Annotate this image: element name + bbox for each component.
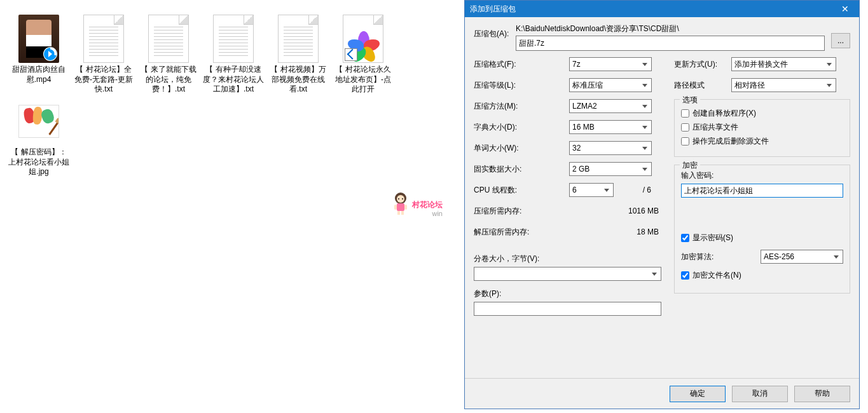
solid-label: 固实数据大小: xyxy=(474,164,569,175)
txt-icon xyxy=(146,13,191,65)
cancel-button[interactable]: 取消 xyxy=(732,386,788,402)
update-label: 更新方式(U): xyxy=(674,59,731,70)
file-item[interactable]: 【 有种子却没速度？来村花论坛人工加速】.txt xyxy=(201,13,266,95)
file-item[interactable]: 【 村花论坛】全免费-无套路-更新快.txt xyxy=(71,13,136,95)
file-item[interactable]: 【 村花视频】万部视频免费在线看.txt xyxy=(266,13,331,95)
jpg-icon xyxy=(17,95,61,147)
file-name: 甜甜酒店肉丝自慰.mp4 xyxy=(6,65,71,85)
svg-rect-7 xyxy=(397,203,404,211)
svg-point-6 xyxy=(402,198,403,200)
left-column: 压缩格式(F):7z 压缩等级(L):标准压缩 压缩方法(M):LZMA2 字典… xyxy=(474,57,661,372)
path-text: K:\BaiduNetdiskDownload\资源分享\TS\CD甜甜\ xyxy=(516,24,825,34)
close-button[interactable]: ✕ xyxy=(830,1,859,17)
txt-icon xyxy=(81,13,126,65)
volume-label: 分卷大小，字节(V): xyxy=(474,254,661,264)
params-label: 参数(P): xyxy=(474,288,661,299)
params-input[interactable] xyxy=(474,302,661,316)
file-name: 【 有种子却没速度？来村花论坛人工加速】.txt xyxy=(201,65,266,95)
cpu-label: CPU 线程数: xyxy=(474,185,569,196)
password-input[interactable] xyxy=(681,184,843,198)
shared-check[interactable]: 压缩共享文件 xyxy=(681,122,843,133)
archive-label: 压缩包(A): xyxy=(474,24,509,39)
encrypt-fieldset: 加密 输入密码: 显示密码(S) 加密算法: AES-256 加密文件名(N) xyxy=(674,165,850,294)
archive-name-input[interactable] xyxy=(516,36,825,51)
file-item[interactable]: 甜甜酒店肉丝自慰.mp4 xyxy=(6,13,71,95)
pathmode-label: 路径模式 xyxy=(674,80,731,91)
encrypt-legend: 加密 xyxy=(680,160,700,171)
right-column: 更新方式(U):添加并替换文件 路径模式相对路径 选项 创建自释放程序(X) 压… xyxy=(674,57,850,372)
method-label: 压缩方法(M): xyxy=(474,101,569,112)
word-combo[interactable]: 32 xyxy=(569,141,652,155)
format-combo[interactable]: 7z xyxy=(569,57,652,71)
dict-label: 字典大小(D): xyxy=(474,122,569,133)
algo-label: 加密算法: xyxy=(681,252,761,262)
svg-rect-10 xyxy=(397,211,400,215)
file-name: 【 村花论坛永久地址发布页】-点此打开 xyxy=(331,65,396,95)
update-combo[interactable]: 添加并替换文件 xyxy=(731,57,836,71)
file-item[interactable]: 【 村花论坛永久地址发布页】-点此打开 xyxy=(331,13,396,95)
options-fieldset: 选项 创建自释放程序(X) 压缩共享文件 操作完成后删除源文件 xyxy=(674,99,850,157)
algo-combo[interactable]: AES-256 xyxy=(761,250,843,264)
format-label: 压缩格式(F): xyxy=(474,59,569,70)
file-name: 【 村花视频】万部视频免费在线看.txt xyxy=(266,65,331,95)
dialog-title: 添加到压缩包 xyxy=(470,4,830,15)
level-combo[interactable]: 标准压缩 xyxy=(569,78,652,92)
method-combo[interactable]: LZMA2 xyxy=(569,99,652,113)
titlebar[interactable]: 添加到压缩包 ✕ xyxy=(465,1,859,17)
svg-point-5 xyxy=(398,198,399,200)
browse-button[interactable]: ... xyxy=(831,33,850,48)
video-icon xyxy=(17,13,61,65)
mem-comp-label: 压缩所需内存: xyxy=(474,206,595,217)
delete-check[interactable]: 操作完成后删除源文件 xyxy=(681,136,843,147)
svg-point-4 xyxy=(397,195,404,203)
file-item[interactable]: 【 来了就能下载的论坛，纯免费！】.txt xyxy=(136,13,201,95)
watermark-avatar-icon xyxy=(391,191,410,215)
txt-icon xyxy=(276,13,320,65)
svg-rect-11 xyxy=(401,211,404,215)
solid-combo[interactable]: 2 GB xyxy=(569,162,652,176)
watermark: 村花论坛 win xyxy=(391,191,443,215)
volume-combo[interactable] xyxy=(474,267,661,281)
file-name: 【 来了就能下载的论坛，纯免费！】.txt xyxy=(136,65,201,95)
svg-rect-9 xyxy=(404,205,407,210)
cpu-max: / 6 xyxy=(616,186,651,194)
txt-icon xyxy=(211,13,256,65)
browser-icon xyxy=(341,13,385,65)
close-icon: ✕ xyxy=(841,4,849,14)
mem-decomp-val: 18 MB xyxy=(595,227,661,236)
showpwd-check[interactable]: 显示密码(S) xyxy=(681,233,843,243)
dict-combo[interactable]: 16 MB xyxy=(569,120,652,134)
sfx-check[interactable]: 创建自释放程序(X) xyxy=(681,108,843,119)
word-label: 单词大小(W): xyxy=(474,143,569,154)
button-bar: 确定 取消 帮助 xyxy=(465,378,859,409)
encnames-check[interactable]: 加密文件名(N) xyxy=(681,270,843,281)
cpu-combo[interactable]: 6 xyxy=(569,183,614,197)
mem-comp-val: 1016 MB xyxy=(595,207,661,215)
svg-rect-8 xyxy=(394,205,397,210)
level-label: 压缩等级(L): xyxy=(474,80,569,91)
archive-dialog: 添加到压缩包 ✕ 压缩包(A): K:\BaiduNetdiskDownload… xyxy=(464,0,860,409)
file-name: 【 解压密码】：上村花论坛看小姐姐.jpg xyxy=(6,147,71,177)
file-item[interactable]: 【 解压密码】：上村花论坛看小姐姐.jpg xyxy=(6,95,71,178)
mem-decomp-label: 解压缩所需内存: xyxy=(474,227,595,238)
ok-button[interactable]: 确定 xyxy=(670,386,726,402)
options-legend: 选项 xyxy=(680,95,700,105)
pathmode-combo[interactable]: 相对路径 xyxy=(731,78,836,92)
pwd-label: 输入密码: xyxy=(681,170,843,181)
help-button[interactable]: 帮助 xyxy=(794,386,850,402)
watermark-text: 村花论坛 xyxy=(412,200,443,209)
file-name: 【 村花论坛】全免费-无套路-更新快.txt xyxy=(71,65,136,95)
watermark-sub: win xyxy=(432,210,443,217)
